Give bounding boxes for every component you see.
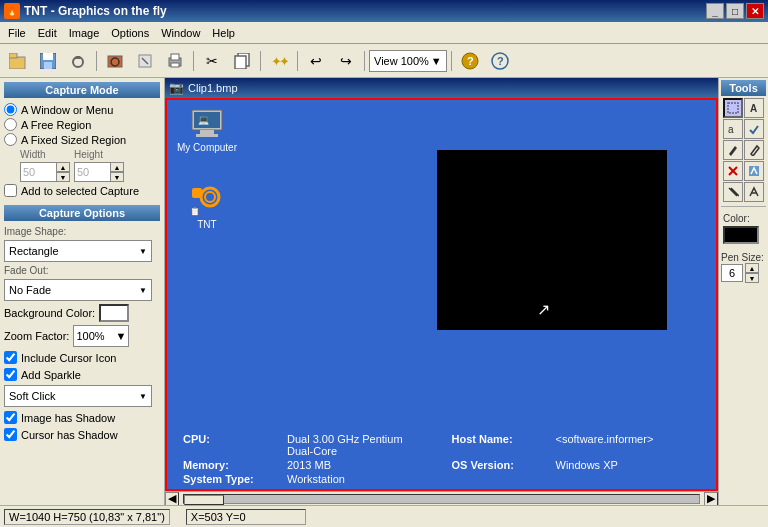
- info-cpu: CPU: Dual 3.00 GHz Pentium Dual-Core: [183, 433, 432, 457]
- menu-edit[interactable]: Edit: [32, 25, 63, 41]
- radio-fixed-input[interactable]: [4, 133, 17, 146]
- toolbar-help2[interactable]: ?: [486, 48, 514, 74]
- minimize-button[interactable]: _: [706, 3, 724, 19]
- scroll-thumb[interactable]: [184, 495, 224, 505]
- height-input[interactable]: [74, 162, 110, 182]
- radio-free-input[interactable]: [4, 118, 17, 131]
- maximize-button[interactable]: □: [726, 3, 744, 19]
- scroll-track[interactable]: [183, 494, 700, 504]
- toolbar-redo[interactable]: ↪: [332, 48, 360, 74]
- cursor-shadow-row[interactable]: Cursor has Shadow: [4, 426, 160, 443]
- toolbar-help1[interactable]: ?: [456, 48, 484, 74]
- memory-label: Memory:: [183, 459, 283, 471]
- toolbar-save[interactable]: [34, 48, 62, 74]
- tool-pen[interactable]: [723, 140, 743, 160]
- close-button[interactable]: ✕: [746, 3, 764, 19]
- image-shadow-check[interactable]: [4, 411, 17, 424]
- toolbar-star[interactable]: ✦✦: [265, 48, 293, 74]
- h-scrollbar[interactable]: ◀ ▶: [165, 491, 718, 505]
- tool-text[interactable]: A: [744, 98, 764, 118]
- menu-file[interactable]: File: [2, 25, 32, 41]
- desktop-icon-mycomputer[interactable]: 💻 My Computer: [175, 108, 239, 153]
- bg-color-swatch[interactable]: [99, 304, 129, 322]
- image-shadow-row[interactable]: Image has Shadow: [4, 409, 160, 426]
- hostname-value: <software.informer>: [556, 433, 654, 457]
- scroll-left-btn[interactable]: ◀: [165, 492, 179, 506]
- width-down[interactable]: ▼: [56, 172, 70, 182]
- dimension-inputs: Width ▲ ▼ Height ▲ ▼: [20, 149, 160, 182]
- cpu-value: Dual 3.00 GHz Pentium Dual-Core: [287, 433, 432, 457]
- width-input[interactable]: [20, 162, 56, 182]
- include-cursor-row[interactable]: Include Cursor Icon: [4, 349, 160, 366]
- toolbar-btn-flag[interactable]: [131, 48, 159, 74]
- info-memory: Memory: 2013 MB: [183, 459, 432, 471]
- menu-help[interactable]: Help: [206, 25, 241, 41]
- add-to-selected-row[interactable]: Add to selected Capture: [4, 182, 160, 199]
- height-up[interactable]: ▲: [110, 162, 124, 172]
- toolbar-copy[interactable]: [228, 48, 256, 74]
- svg-text:💻: 💻: [198, 114, 210, 126]
- svg-rect-14: [235, 56, 246, 69]
- width-label: Width: [20, 149, 70, 160]
- svg-rect-11: [171, 54, 179, 60]
- cpu-label: CPU:: [183, 433, 283, 457]
- radio-fixed[interactable]: A Fixed Sized Region: [4, 132, 160, 147]
- toolbar: ✂ ✦✦ ↩ ↪ View 100% ▼ ? ?: [0, 44, 768, 78]
- toolbar-btn-cam[interactable]: [101, 48, 129, 74]
- fade-out-dropdown[interactable]: No Fade ▼: [4, 279, 152, 301]
- clip-title-icon: 📷: [169, 81, 184, 95]
- pen-size-row: ▲ ▼: [721, 263, 766, 283]
- tool-marker[interactable]: [744, 140, 764, 160]
- tool-check[interactable]: a: [723, 119, 743, 139]
- include-cursor-check[interactable]: [4, 351, 17, 364]
- svg-rect-3: [43, 53, 53, 60]
- view-dropdown[interactable]: View 100% ▼: [369, 50, 447, 72]
- cursor-shadow-check[interactable]: [4, 428, 17, 441]
- clip-title-bar: 📷 Clip1.bmp: [165, 78, 718, 98]
- menu-window[interactable]: Window: [155, 25, 206, 41]
- tool-brush[interactable]: [723, 182, 743, 202]
- tool-paint[interactable]: [744, 161, 764, 181]
- svg-text:✦: ✦: [279, 54, 288, 69]
- toolbar-capture[interactable]: [64, 48, 92, 74]
- fade-out-val: No Fade: [9, 284, 51, 296]
- tool-special[interactable]: [744, 182, 764, 202]
- color-swatch[interactable]: [723, 226, 759, 244]
- toolbar-undo[interactable]: ↩: [302, 48, 330, 74]
- menu-image[interactable]: Image: [63, 25, 106, 41]
- clip-content[interactable]: 💻 My Computer 📋: [165, 98, 718, 491]
- toolbar-cut[interactable]: ✂: [198, 48, 226, 74]
- mycomputer-label: My Computer: [177, 142, 237, 153]
- image-shape-dropdown[interactable]: Rectangle ▼: [4, 240, 152, 262]
- radio-window[interactable]: A Window or Menu: [4, 102, 160, 117]
- sparkle-type-dropdown[interactable]: Soft Click ▼: [4, 385, 152, 407]
- width-up[interactable]: ▲: [56, 162, 70, 172]
- radio-window-input[interactable]: [4, 103, 17, 116]
- pen-size-down[interactable]: ▼: [745, 273, 759, 283]
- scroll-right-btn[interactable]: ▶: [704, 492, 718, 506]
- add-sparkle-check[interactable]: [4, 368, 17, 381]
- window-controls[interactable]: _ □ ✕: [706, 3, 764, 19]
- cursor-shadow-label: Cursor has Shadow: [21, 429, 118, 441]
- add-to-selected-check[interactable]: [4, 184, 17, 197]
- tools-divider: [721, 206, 766, 207]
- add-to-selected-label: Add to selected Capture: [21, 185, 139, 197]
- tool-select[interactable]: [723, 98, 743, 118]
- pen-size-up[interactable]: ▲: [745, 263, 759, 273]
- add-sparkle-row[interactable]: Add Sparkle: [4, 366, 160, 383]
- desktop-icon-tnt[interactable]: 📋 TNT: [175, 185, 239, 230]
- black-capture-area: [437, 150, 667, 330]
- menu-options[interactable]: Options: [105, 25, 155, 41]
- tool-confirm[interactable]: [744, 119, 764, 139]
- status-bar: W=1040 H=750 (10,83" x 7,81") X=503 Y=0: [0, 505, 768, 527]
- radio-free[interactable]: A Free Region: [4, 117, 160, 132]
- svg-rect-24: [196, 134, 218, 137]
- info-system: System Type: Workstation: [183, 473, 432, 485]
- zoom-dropdown[interactable]: 100% ▼: [73, 325, 129, 347]
- toolbar-open[interactable]: [4, 48, 32, 74]
- svg-text:A: A: [750, 103, 757, 114]
- height-down[interactable]: ▼: [110, 172, 124, 182]
- tool-erase[interactable]: [723, 161, 743, 181]
- toolbar-btn-print[interactable]: [161, 48, 189, 74]
- pen-size-input[interactable]: [721, 264, 743, 282]
